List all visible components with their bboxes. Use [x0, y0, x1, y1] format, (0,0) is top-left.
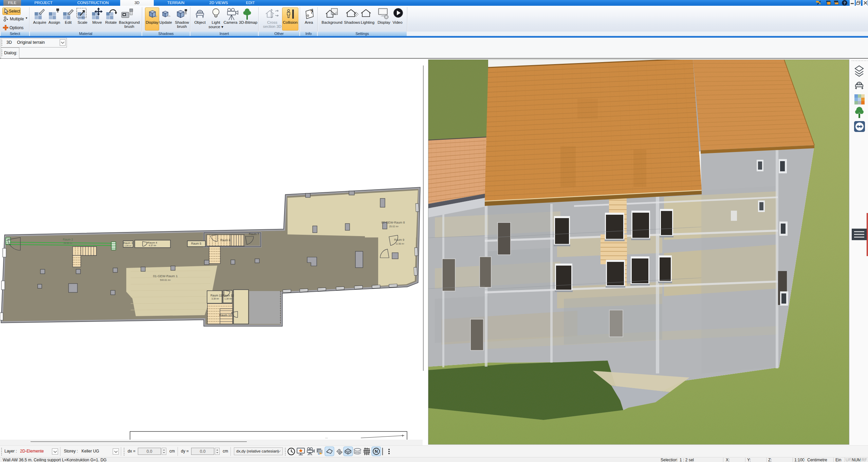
svg-text:25.02 m²: 25.02 m²: [389, 225, 399, 228]
svg-text:...: ...: [325, 436, 328, 439]
svg-text:Raum 3: Raum 3: [123, 242, 133, 245]
svg-text:Raum 12: Raum 12: [222, 294, 234, 297]
svg-text:?: ?: [310, 9, 313, 15]
svg-text:Raum 5: Raum 5: [191, 242, 201, 245]
svg-text:26.55 m²: 26.55 m²: [63, 242, 72, 244]
svg-text:Raum 7: Raum 7: [249, 232, 259, 236]
svg-text:?: ?: [844, 1, 846, 5]
svg-text:Raum 4: Raum 4: [148, 241, 158, 244]
svg-text:1.34 m²: 1.34 m²: [224, 297, 232, 300]
svg-text:Raum 11: Raum 11: [210, 294, 222, 297]
svg-text:Raum 9: Raum 9: [394, 238, 404, 242]
svg-text:11.56 m²: 11.56 m²: [395, 243, 404, 245]
svg-text:N: N: [375, 449, 378, 454]
svg-text:500.61 m²: 500.61 m²: [160, 279, 171, 281]
svg-text:4.37 m²: 4.37 m²: [149, 244, 156, 247]
svg-text:01-GEW-Raum 1: 01-GEW-Raum 1: [153, 274, 178, 278]
svg-text:3.39 m²: 3.39 m²: [211, 297, 219, 300]
svg-text:Raum 2: Raum 2: [63, 238, 73, 241]
svg-text:Raum 13: Raum 13: [219, 313, 232, 317]
svg-text:1.34 m²: 1.34 m²: [125, 245, 131, 247]
svg-text:02-GEW-Raum 8: 02-GEW-Raum 8: [382, 221, 405, 224]
svg-text:Raum 6: Raum 6: [220, 238, 230, 242]
